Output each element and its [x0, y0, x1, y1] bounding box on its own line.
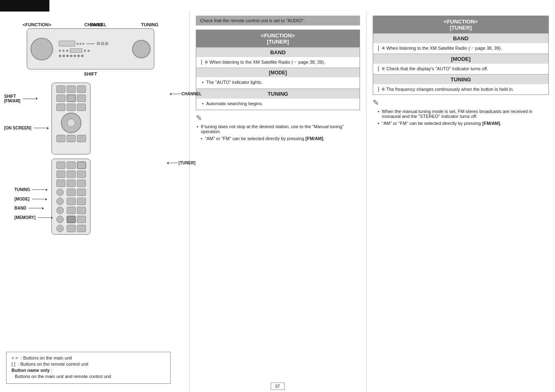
rb6 [77, 171, 86, 178]
legend-row-2: [ ] : Buttons on the remote control unit [12, 362, 165, 367]
center-note-bullet-1: If tuning does not stop at the desired s… [201, 124, 360, 134]
legend-row-4: Buttons on the main unit and remote cont… [12, 374, 165, 379]
d3 [66, 50, 68, 52]
center-tuning-content: Automatic searching begins. [196, 99, 360, 110]
right-column: <FUNCTION> [TUNER] BAND ※ When listening… [366, 12, 555, 392]
channel-label-top: CHANNEL [84, 22, 107, 27]
rc3 [77, 85, 86, 93]
center-note-icon: ✎ [196, 113, 360, 122]
left-column: CHANNEL <FUNCTION> BAND TUNING [0, 12, 189, 392]
center-mode-header: [MODE] [196, 68, 360, 77]
intro-text: Check that the remote control unit is se… [200, 18, 305, 23]
legend-row-1: < > : Buttons on the main unit [12, 355, 165, 360]
d1 [59, 50, 61, 52]
rb-row-2 [56, 171, 86, 178]
right-band-header: BAND [373, 33, 548, 43]
main-unit-display [59, 41, 75, 46]
center-mode-content: The "AUTO" indicator lights. [196, 77, 360, 89]
fmam-bold-right: [FM/AM] [482, 121, 500, 126]
center-tuner-label: [TUNER] [200, 39, 355, 45]
remote-bottom-section: [TUNER] TUNING [MODE] BAND [14, 159, 163, 235]
center-column: Check that the remote control unit is se… [189, 12, 366, 392]
b6 [77, 55, 80, 57]
rb-band [56, 216, 64, 223]
arrow-mode [32, 199, 44, 199]
remote-row-1 [56, 85, 86, 93]
b3 [66, 55, 69, 57]
arrowhead-ch [170, 93, 172, 95]
center-note-bullet-2: • "AM" or "FM" can be selected directly … [201, 136, 360, 141]
right-tuning-header: TUNING [373, 74, 548, 84]
rb-memory [56, 225, 64, 232]
memory-label-remote: [MEMORY] [14, 215, 53, 220]
b4 [70, 55, 72, 57]
main-unit-controls [59, 41, 130, 57]
right-mode-header: [MODE] [373, 54, 548, 64]
legend-symbols-2: [ ] [12, 362, 15, 367]
right-note-bullet-2: • "AM" or "FM" can be selected directly … [378, 121, 549, 126]
legend-text-4: Buttons on the main unit and remote cont… [15, 374, 111, 379]
rb8 [67, 180, 76, 187]
arrow-ch [172, 94, 181, 94]
remote-row-5 [56, 135, 86, 142]
remote-top-section: SHIFT [FM/AM] CHANNEL [ON SCREEN] [14, 83, 163, 154]
nav-ring [61, 113, 81, 133]
tuning-label-remote: TUNING [14, 187, 48, 192]
center-band-note: ※ When listening to the XM Satellite Rad… [201, 60, 355, 65]
arrow-line-1 [86, 44, 95, 44]
b5 [74, 55, 76, 57]
ind2 [101, 42, 104, 45]
main-unit-bottom-row [59, 55, 130, 57]
right-func-tuner-header: <FUNCTION> [TUNER] [373, 16, 548, 33]
main-unit-top-row [59, 41, 130, 46]
b1 [59, 55, 61, 57]
main-unit-left-knob [30, 38, 53, 60]
center-tuning-header: TUNING [196, 89, 360, 99]
arrow-onscreen [34, 128, 46, 128]
rb17 [67, 225, 76, 232]
mode-label-remote: [MODE] [14, 197, 47, 201]
rb-row-8 [56, 225, 86, 232]
rc6 [77, 95, 86, 102]
arrowhead-tuning [46, 189, 48, 191]
dot2 [79, 43, 81, 45]
tuner-label: [TUNER] [167, 161, 195, 165]
rb10 [67, 189, 76, 196]
rb-row-3 [56, 180, 86, 187]
remote-row-3 [56, 104, 86, 111]
right-mode-content: ※ Check that the display's "AUTO" indica… [373, 64, 548, 74]
legend-box: < > : Buttons on the main unit [ ] : But… [6, 352, 171, 384]
arrowhead-tuner [167, 162, 169, 164]
rb-row-5 [56, 198, 86, 205]
rc8 [67, 104, 76, 111]
center-tuning-bullet: Automatic searching begins. [206, 101, 355, 106]
legend-row-3: Button name only : [12, 368, 165, 373]
remote-bottom-wrapper: [TUNER] TUNING [MODE] BAND [51, 159, 163, 235]
nav-center [67, 119, 75, 127]
main-display-2 [70, 48, 82, 53]
rb15 [77, 207, 86, 214]
center-main-section: <FUNCTION> [TUNER] BAND ※ When listening… [196, 30, 360, 110]
remote-top-wrapper: SHIFT [FM/AM] CHANNEL [ON SCREEN] [51, 83, 163, 154]
rb18 [77, 225, 86, 232]
rc11 [67, 135, 76, 142]
right-func-label: <FUNCTION> [377, 18, 544, 25]
arrow-band [29, 208, 41, 208]
on-screen-label: [ON SCREEN] [4, 126, 49, 130]
center-note-section: ✎ If tuning does not stop at the desired… [196, 113, 360, 141]
rb1 [56, 161, 65, 169]
rb-tuning1 [56, 189, 64, 196]
rb3-tuner [77, 161, 86, 169]
legend-symbols-1: < > [12, 355, 18, 360]
rb-band-special [67, 216, 76, 223]
right-note-section: ✎ • When the manual tuning mode is set, … [373, 98, 549, 126]
rb12 [67, 198, 76, 205]
right-note-icon: ✎ [373, 98, 549, 107]
arrow-shift [23, 99, 35, 99]
rc4 [56, 95, 65, 102]
function-label: <FUNCTION> [23, 22, 51, 27]
right-tuner-label: [TUNER] [377, 25, 544, 31]
rb2 [67, 161, 76, 169]
remote-top-box [51, 83, 91, 154]
rc9 [77, 104, 86, 111]
